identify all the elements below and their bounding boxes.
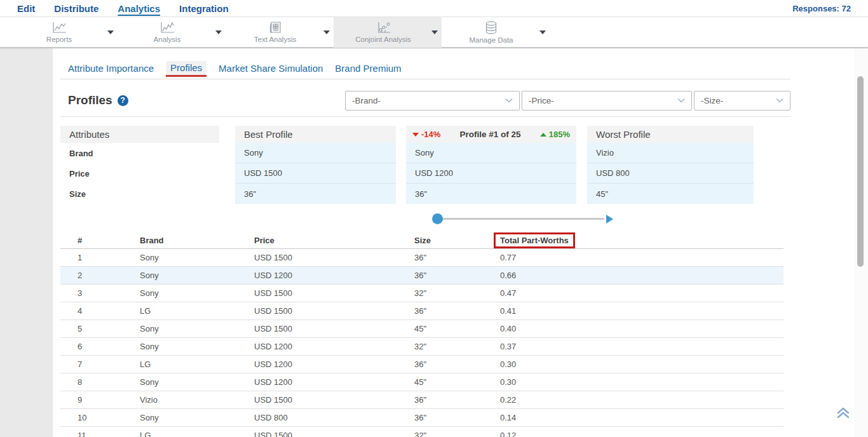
toolbar-item-label: Text Analysis — [254, 36, 296, 43]
dropdown-value: -Size- — [701, 96, 776, 105]
row-size: 32" — [414, 288, 500, 298]
attribute-label-size: Size — [60, 184, 219, 204]
size-filter-dropdown[interactable]: -Size- — [694, 91, 790, 111]
nav-item-edit[interactable]: Edit — [17, 0, 35, 17]
nav-item-analytics[interactable]: Analytics — [118, 0, 160, 17]
help-icon[interactable]: ? — [118, 95, 128, 106]
vertical-scrollbar[interactable] — [854, 48, 868, 437]
triangle-down-icon — [412, 133, 419, 137]
slider-handle[interactable] — [432, 213, 443, 224]
row-number: 1 — [60, 253, 140, 262]
table-row[interactable]: 2 Sony USD 1200 36" 0.66 — [60, 267, 783, 285]
table-row[interactable]: 9 Vizio USD 1500 36" 0.22 — [60, 391, 783, 409]
best-profile-card: Best Profile Sony USD 1500 36" — [235, 126, 396, 204]
toolbar-item-reports[interactable]: Reports — [10, 17, 118, 48]
toolbar-item-text-analysis[interactable]: Text Analysis — [226, 17, 334, 48]
toolbar-item-label: Conjoint Analysis — [355, 36, 411, 43]
row-number: 8 — [60, 377, 140, 387]
row-brand: Sony — [140, 253, 254, 262]
row-price: USD 1500 — [254, 288, 414, 298]
toolbar-item-conjoint-analysis[interactable]: Conjoint Analysis — [334, 17, 442, 48]
table-row[interactable]: 6 Sony USD 1200 32" 0.37 — [60, 338, 783, 356]
tab-market-share-simulation[interactable]: Market Share Simulation — [219, 63, 323, 77]
triangle-up-icon — [540, 133, 546, 137]
row-size: 36" — [414, 306, 500, 316]
table-row[interactable]: 5 Sony USD 1500 45" 0.40 — [60, 320, 783, 338]
row-total-part-worths: 0.40 — [500, 324, 783, 333]
chevron-down-icon[interactable] — [107, 30, 114, 34]
dropdown-value: -Price- — [529, 96, 677, 105]
row-price: USD 1500 — [254, 395, 414, 405]
worst-profile-size: 45" — [587, 184, 754, 204]
row-price: USD 1500 — [254, 431, 414, 437]
toolbar-item-label: Analysis — [154, 36, 181, 43]
row-size: 36" — [414, 395, 500, 405]
increase-percentage: 185% — [540, 130, 570, 139]
slider-track[interactable] — [437, 218, 604, 220]
row-brand: LG — [140, 360, 254, 369]
column-header-total-part-worths: Total Part-Worths — [500, 232, 783, 248]
row-number: 7 — [60, 360, 140, 369]
table-row[interactable]: 11 LG USD 1500 32" 0.12 — [60, 427, 783, 437]
chevron-down-icon — [677, 98, 685, 103]
current-profile-title: Profile #1 of 25 — [460, 130, 521, 139]
brand-filter-dropdown[interactable]: -Brand- — [345, 91, 520, 111]
chevron-down-icon[interactable] — [539, 30, 546, 34]
nav-item-distribute[interactable]: Distribute — [54, 0, 98, 17]
row-total-part-worths: 0.12 — [500, 431, 783, 437]
current-profile-header: -14% Profile #1 of 25 185% — [406, 126, 576, 143]
row-size: 32" — [414, 342, 500, 351]
slider-next-arrow-icon[interactable] — [606, 215, 613, 224]
table-row[interactable]: 10 Sony USD 800 36" 0.14 — [60, 409, 783, 427]
tab-attribute-importance[interactable]: Attribute Importance — [68, 63, 154, 77]
toolbar-item-analysis[interactable]: Analysis — [118, 17, 226, 48]
profile-slider — [432, 213, 613, 224]
chevron-down-icon[interactable] — [215, 30, 222, 34]
row-price: USD 1200 — [254, 342, 414, 351]
table-row[interactable]: 7 LG USD 1200 36" 0.30 — [60, 356, 783, 373]
scroll-to-top-button[interactable] — [836, 407, 850, 422]
row-number: 2 — [60, 271, 140, 280]
toolbar-item-label: Reports — [46, 36, 72, 43]
column-header-price: Price — [254, 236, 414, 245]
decrease-percentage: -14% — [412, 130, 440, 139]
row-price: USD 1500 — [254, 306, 414, 316]
table-row[interactable]: 1 Sony USD 1500 36" 0.77 — [60, 249, 783, 267]
table-row[interactable]: 4 LG USD 1500 36" 0.41 — [60, 302, 783, 320]
column-header-brand: Brand — [140, 236, 254, 245]
current-profile-card: -14% Profile #1 of 25 185% Sony USD 1200… — [406, 126, 576, 204]
subtab-bar: Attribute Importance Profiles Market Sha… — [60, 61, 790, 77]
row-price: USD 1200 — [254, 271, 414, 280]
tab-profiles[interactable]: Profiles — [166, 61, 207, 77]
table-row[interactable]: 8 Sony USD 1200 45" 0.30 — [60, 373, 783, 391]
toolbar-item-label: Manage Data — [469, 36, 513, 44]
table-row[interactable]: 3 Sony USD 1500 32" 0.47 — [60, 285, 783, 302]
page-heading-row: Profiles ? -Brand- -Price- -Size- — [60, 90, 790, 111]
attribute-label-price: Price — [60, 163, 219, 184]
toolbar-item-manage-data[interactable]: Manage Data — [442, 17, 550, 48]
row-total-part-worths: 0.14 — [500, 413, 783, 422]
row-total-part-worths: 0.66 — [500, 271, 783, 280]
row-brand: Sony — [140, 377, 254, 387]
database-icon — [484, 21, 498, 35]
scrollbar-thumb[interactable] — [857, 76, 864, 267]
tab-brand-premium[interactable]: Brand Premium — [335, 63, 401, 77]
current-profile-brand: Sony — [406, 143, 576, 163]
row-price: USD 1200 — [254, 360, 414, 369]
attributes-header: Attributes — [60, 126, 219, 143]
row-brand: LG — [140, 431, 254, 437]
row-number: 6 — [60, 342, 140, 351]
page-title: Profiles — [68, 93, 112, 107]
row-total-part-worths: 0.41 — [500, 306, 783, 316]
conjoint-analysis-icon — [375, 22, 391, 34]
nav-item-integration[interactable]: Integration — [179, 0, 229, 17]
best-profile-size: 36" — [235, 184, 396, 204]
reports-chart-icon — [51, 22, 67, 34]
price-filter-dropdown[interactable]: -Price- — [522, 91, 692, 111]
chevron-down-icon[interactable] — [323, 30, 330, 34]
double-chevron-up-icon — [836, 407, 850, 419]
row-size: 32" — [414, 431, 500, 437]
row-brand: Sony — [140, 342, 254, 351]
row-brand: Sony — [140, 271, 254, 280]
chevron-down-icon[interactable] — [431, 30, 438, 34]
